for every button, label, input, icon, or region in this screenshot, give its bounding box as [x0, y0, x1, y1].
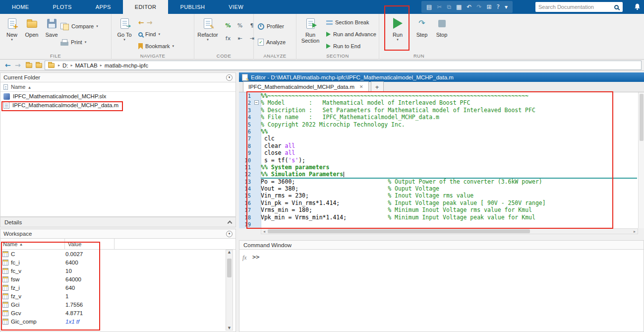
workspace-row[interactable]: fz_v1	[0, 292, 235, 300]
browse-folder-icon[interactable]	[26, 63, 32, 69]
workspace-row[interactable]: fz_i640	[0, 283, 235, 292]
search-icon[interactable]	[614, 5, 619, 9]
search-input[interactable]	[535, 2, 614, 11]
print-button[interactable]: Print ▾	[60, 37, 98, 48]
find-button[interactable]: Find ▾	[138, 29, 174, 40]
scroll-right-icon[interactable]: ▸	[632, 229, 638, 234]
workspace-row[interactable]: Gcv4.8771	[0, 309, 235, 317]
current-folder-menu-button[interactable]: ▾	[226, 74, 233, 81]
code-line[interactable]: 10 s = tf('s');	[239, 157, 638, 164]
code-line[interactable]: 13Po = 3600; % Output Power of the conve…	[239, 178, 638, 185]
run-to-end-button[interactable]: Run to End	[326, 41, 376, 52]
new-tab-button[interactable]: +	[371, 81, 384, 92]
tab-home[interactable]: HOME	[0, 0, 41, 14]
workspace-row[interactable]: fc_v10	[0, 266, 235, 275]
uncomment-button[interactable]: %	[235, 20, 245, 31]
goto-button[interactable]: → Go To ▾	[115, 16, 134, 42]
section-break-button[interactable]: Section Break	[326, 17, 376, 28]
file-row[interactable]: IPFC_Mathematicalmodel_MCHP.slx	[0, 92, 235, 101]
breadcrumb-item[interactable]: MATLAB	[75, 63, 98, 68]
run-button[interactable]: Run ▾	[386, 16, 409, 42]
insert-function-button[interactable]: fx	[223, 33, 233, 44]
code-line[interactable]: 9 close all	[239, 149, 638, 156]
code-line[interactable]: 16Vin_pk = Vin_rms*1.414; % Input Voltag…	[239, 199, 638, 206]
scrollbar-thumb[interactable]	[227, 259, 232, 277]
tab-editor[interactable]: EDITOR	[123, 0, 169, 14]
code-line[interactable]: 18Vpk_min = Vrms_min*1.414; % Minimum In…	[239, 214, 638, 221]
code-line[interactable]: 17Vrms_min = 180; % Minimum Inout Voltag…	[239, 206, 638, 213]
workspace-row[interactable]: fc_i6400	[0, 258, 235, 266]
command-window-header[interactable]: Command Window	[239, 240, 644, 250]
chevron-up-icon[interactable]	[228, 220, 233, 225]
breadcrumb[interactable]: ▸D:▸MATLAB▸matlab-mchp-ipfc	[45, 61, 642, 70]
open-button[interactable]: Open	[22, 16, 42, 38]
code-line[interactable]: 7 clc	[239, 135, 638, 142]
run-section-button[interactable]: Run Section	[297, 16, 323, 44]
code-line[interactable]: 4% File name : IPFC_Mathematicalmodel_MC…	[239, 114, 638, 121]
cut-icon[interactable]: ✂	[437, 3, 442, 10]
run-and-advance-button[interactable]: Run and Advance	[326, 29, 376, 40]
redo-icon[interactable]: ↷	[476, 3, 481, 10]
help-icon[interactable]: ?	[497, 3, 500, 10]
decrease-indent-button[interactable]: ⇤	[235, 33, 245, 44]
workspace-row[interactable]: C0.0027	[0, 250, 235, 258]
code-line[interactable]: 5% Copyright 2022 Microchip Technology I…	[239, 121, 638, 128]
code-line[interactable]: 8 clear all	[239, 142, 638, 149]
breadcrumb-item[interactable]: D:	[62, 63, 68, 68]
function-hint-icon[interactable]: fx	[242, 254, 247, 262]
code-line[interactable]: 19	[239, 221, 638, 228]
code-line[interactable]: 2−% Model : Mathematical model of Interl…	[239, 99, 638, 106]
code-line[interactable]: 15Vin_rms = 230; % Inout Voltage rms val…	[239, 192, 638, 199]
save-icon[interactable]: ▤	[426, 3, 432, 10]
comment-button[interactable]: %	[223, 20, 233, 31]
workspace-column-header[interactable]: Name ▲ Value	[0, 239, 235, 250]
code-line[interactable]: 1%%~~~~~~~~~~~~~~~~~~~~~~~~~~~~~~~~~~~~~…	[239, 92, 638, 99]
tab-view[interactable]: VIEW	[217, 0, 255, 14]
refactor-button[interactable]: ✎ Refactor ▾	[195, 16, 220, 42]
scroll-up-icon[interactable]: ▲	[228, 250, 231, 254]
navigate-forward-icon[interactable]: →	[147, 18, 153, 26]
editor-tab[interactable]: IPFC_Mathematicalmodel_MCHP_data.m ✕	[243, 81, 369, 92]
workspace-menu-button[interactable]: ▾	[226, 231, 233, 237]
workspace-scrollbar[interactable]: ▲ ▼	[226, 250, 233, 331]
editor-horizontal-scrollbar[interactable]: ◂ ▸	[261, 228, 638, 234]
tab-publish[interactable]: PUBLISH	[168, 0, 217, 14]
workspace-row[interactable]: fsw64000	[0, 275, 235, 283]
notification-bell-icon[interactable]	[634, 3, 641, 12]
code-line[interactable]: 3% Description : Set Parameters for Math…	[239, 107, 638, 114]
new-button[interactable]: + New ▾	[2, 16, 22, 42]
step-button[interactable]: ↷ Step	[412, 16, 432, 38]
scrollbar-thumb[interactable]	[268, 229, 530, 233]
bookmark-button[interactable]: Bookmark ▾	[138, 41, 174, 52]
current-folder-column-header[interactable]: Name ▲	[0, 82, 235, 92]
stop-button[interactable]: Stop	[432, 16, 452, 38]
code-line[interactable]: 11%% System parameters	[239, 164, 638, 171]
copy-icon[interactable]: ⧉	[447, 3, 451, 10]
back-button-icon[interactable]: ←	[5, 61, 11, 69]
code-line[interactable]: 14Vout = 380; % Ouput Voltage	[239, 185, 638, 192]
breadcrumb-item[interactable]: matlab-mchp-ipfc	[105, 63, 148, 68]
profiler-button[interactable]: Profiler	[258, 21, 286, 32]
paste-icon[interactable]: ▦	[456, 3, 462, 10]
forward-button-icon[interactable]: →	[15, 61, 21, 69]
code-editor[interactable]: 1%%~~~~~~~~~~~~~~~~~~~~~~~~~~~~~~~~~~~~~…	[239, 92, 638, 228]
workspace-row[interactable]: Gic_comp1x1 tf	[0, 317, 235, 326]
workspace-row[interactable]: Gci1.7556	[0, 300, 235, 309]
fold-marker[interactable]: −	[254, 100, 259, 105]
command-window[interactable]: fx >>	[239, 250, 644, 332]
code-line[interactable]: 12%% Simulation Parameters	[239, 171, 638, 178]
analyze-button[interactable]: ✓ Analyze	[258, 37, 286, 48]
tab-apps[interactable]: APPS	[84, 0, 123, 14]
scroll-left-icon[interactable]: ◂	[261, 229, 267, 234]
close-tab-icon[interactable]: ✕	[359, 84, 363, 89]
code-line[interactable]: 6%%	[239, 128, 638, 135]
file-row[interactable]: IPFC_Mathematicalmodel_MCHP_data.m	[0, 101, 235, 110]
scroll-down-icon[interactable]: ▼	[228, 326, 231, 330]
navigate-back-icon[interactable]: ←	[138, 18, 144, 26]
save-button[interactable]: Save	[42, 16, 61, 38]
tab-plots[interactable]: PLOTS	[41, 0, 84, 14]
compare-button[interactable]: Compare ▾	[60, 21, 98, 32]
up-folder-icon[interactable]	[36, 63, 42, 69]
undo-icon[interactable]: ↶	[467, 3, 471, 10]
toolbar-menu-icon[interactable]: ▾	[505, 3, 508, 10]
